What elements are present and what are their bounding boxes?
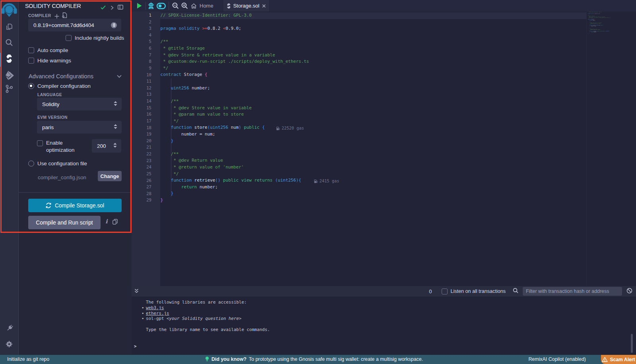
- language-select[interactable]: Solidity: [37, 98, 122, 110]
- git-icon[interactable]: [0, 84, 18, 93]
- code-line: [161, 32, 309, 39]
- play-icon: [137, 3, 142, 9]
- auto-compile-checkbox[interactable]: [28, 47, 34, 53]
- code-line: * @dev Store & retrieve value in a varia…: [161, 52, 309, 59]
- code-editor[interactable]: 1234567891011121314151617181920212223242…: [132, 12, 636, 286]
- line-number: 20: [146, 138, 151, 145]
- code-line: [161, 78, 309, 85]
- code-line: */: [161, 118, 309, 125]
- compile-and-run-button[interactable]: Compile and Run script: [28, 216, 101, 229]
- hide-warnings-checkbox[interactable]: [28, 58, 34, 64]
- code-line: }: [588, 33, 632, 34]
- line-number: 29: [146, 197, 151, 204]
- terminal-prompt: >: [134, 344, 137, 349]
- deploy-run-icon[interactable]: [0, 70, 18, 81]
- listen-transactions-label: Listen on all transactions: [450, 288, 506, 294]
- double-chevron-down-icon: [134, 288, 139, 293]
- code-line: return number;: [161, 184, 309, 191]
- code-line: function retrieve() public view returns …: [161, 177, 309, 184]
- compiler-configuration-label: Compiler configuration: [37, 83, 91, 89]
- settings-gear-icon[interactable]: [0, 341, 18, 348]
- line-number: 7: [149, 52, 151, 59]
- line-number: 16: [146, 111, 151, 118]
- hide-warnings-label: Hide warnings: [37, 58, 71, 64]
- line-number: 24: [146, 164, 151, 171]
- expand-terminal-button[interactable]: [132, 288, 143, 295]
- terminal-search-button[interactable]: [506, 288, 523, 295]
- editor-code[interactable]: // SPDX-License-Identifier: GPL-3.0pragm…: [161, 12, 309, 204]
- tab-storage-sol[interactable]: Storage.sol: [223, 0, 270, 12]
- compiler-version-select[interactable]: 0.8.19+commit.7dd6d404: [28, 19, 121, 31]
- line-number: 21: [146, 144, 151, 151]
- terminal-scrollbar[interactable]: [631, 334, 633, 353]
- code-line: uint256 number;: [161, 85, 309, 92]
- line-number: 28: [146, 191, 151, 197]
- enable-optimization-checkbox[interactable]: [37, 140, 43, 146]
- listen-transactions-checkbox[interactable]: [442, 288, 448, 294]
- line-number: 18: [146, 125, 151, 132]
- include-nightly-checkbox[interactable]: [66, 35, 72, 41]
- line-number: 27: [146, 184, 151, 191]
- refresh-icon: [46, 203, 51, 208]
- copilot-status[interactable]: RemixAI Copilot (enabled): [528, 356, 586, 362]
- number-stepper-arrows-icon[interactable]: [113, 143, 117, 149]
- terminal-link-ethers[interactable]: ethers.js: [146, 311, 169, 316]
- terminal-output[interactable]: The following libraries are accessible: …: [132, 296, 636, 355]
- side-panel: SOLIDITY COMPILER COMPILER 0.8.19+commit…: [18, 0, 132, 355]
- use-configuration-file-radio[interactable]: [28, 161, 34, 167]
- change-config-button[interactable]: Change: [98, 171, 122, 181]
- git-init-button[interactable]: Initialize as git repo: [7, 356, 49, 362]
- hide-warnings-row: Hide warnings: [28, 58, 71, 64]
- zoom-in-button[interactable]: [179, 0, 188, 12]
- zoom-in-icon: [181, 2, 188, 9]
- remix-logo-icon[interactable]: [0, 2, 18, 17]
- editor-gutter: 1234567891011121314151617181920212223242…: [132, 12, 160, 286]
- code-line: number = num;: [161, 131, 309, 138]
- compiler-configuration-radio[interactable]: [28, 83, 34, 89]
- editor-minimap[interactable]: // SPDX-License-Identifier: GPL-3.0pragm…: [586, 12, 631, 286]
- code-line: * @return value of 'number': [161, 164, 309, 171]
- evm-version-select[interactable]: paris: [37, 121, 122, 134]
- compile-button[interactable]: Compile Storage.sol: [28, 199, 122, 212]
- line-number: 1: [149, 12, 151, 19]
- line-number: 5: [149, 39, 151, 45]
- line-number: 25: [146, 171, 151, 178]
- did-you-know-tip: Did you know? To prototype using the Gno…: [205, 356, 423, 362]
- zoom-out-icon: [172, 2, 179, 9]
- zoom-out-button[interactable]: [169, 0, 179, 12]
- line-number: 13: [146, 91, 151, 98]
- editor-terminal-column: Home Storage.sol 12345678910111213141516…: [132, 0, 636, 355]
- code-line: * @dev Store value in variable: [161, 105, 309, 112]
- ai-copilot-button[interactable]: [146, 0, 155, 12]
- copy-icon[interactable]: [112, 219, 118, 226]
- icon-rail: [0, 0, 18, 355]
- info-icon[interactable]: i: [105, 218, 109, 225]
- copilot-toggle[interactable]: [155, 0, 169, 12]
- file-explorer-icon[interactable]: [0, 23, 18, 31]
- line-number: 19: [146, 131, 151, 138]
- tab-home[interactable]: Home: [188, 0, 223, 12]
- search-icon[interactable]: [0, 38, 18, 47]
- run-script-button[interactable]: [132, 0, 145, 12]
- scam-alert-badge[interactable]: Scam Alert: [601, 355, 636, 364]
- panel-chevron-right-icon[interactable]: [111, 4, 114, 12]
- lightbulb-icon: [205, 356, 209, 362]
- version-select-arrows-icon: [111, 22, 117, 28]
- include-nightly-row: Include nightly builds: [66, 35, 124, 41]
- plugin-manager-icon[interactable]: [0, 324, 18, 333]
- advanced-configurations-header[interactable]: Advanced Configurations: [29, 73, 122, 79]
- status-bar: Initialize as git repo Did you know? To …: [0, 355, 636, 364]
- code-line: */: [161, 65, 309, 72]
- transaction-filter-input[interactable]: [523, 287, 622, 296]
- code-line: }: [161, 138, 309, 145]
- terminal-link-web3[interactable]: web3.js: [146, 305, 164, 310]
- clear-console-button[interactable]: [622, 288, 636, 295]
- line-number: 6: [149, 45, 151, 52]
- gas-estimate-annotation: 22520 gas: [276, 125, 304, 132]
- solidity-compiler-icon[interactable]: [0, 54, 18, 63]
- close-tab-icon[interactable]: [262, 4, 266, 8]
- pin-panel-icon[interactable]: [118, 4, 123, 11]
- optimization-runs-input[interactable]: 200: [92, 139, 121, 153]
- gas-pump-icon: [314, 179, 318, 183]
- compile-button-label: Compile Storage.sol: [55, 203, 104, 209]
